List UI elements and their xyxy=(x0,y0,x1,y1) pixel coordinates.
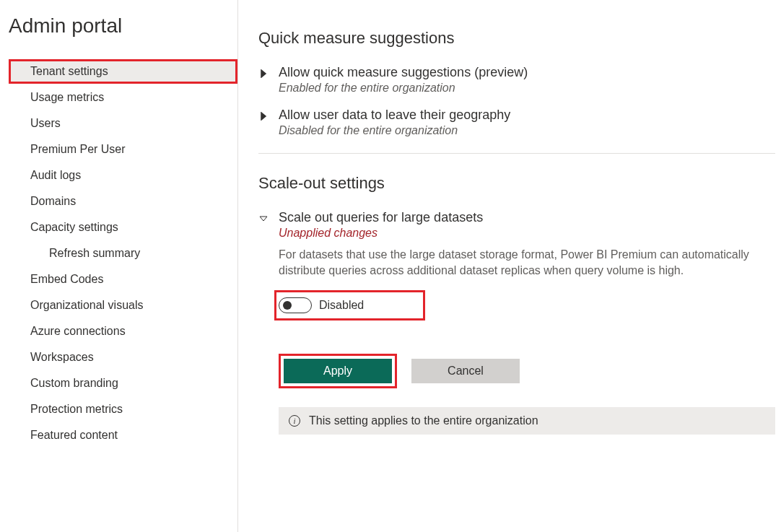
chevron-down-icon xyxy=(258,212,269,225)
divider xyxy=(258,153,775,154)
setting-status: Enabled for the entire organization xyxy=(279,82,775,95)
setting-scale-out-queries[interactable]: Scale out queries for large datasets Una… xyxy=(258,210,775,388)
setting-quick-measure-suggestions[interactable]: Allow quick measure suggestions (preview… xyxy=(258,65,775,95)
toggle-switch[interactable] xyxy=(279,297,312,313)
sidebar-item[interactable]: Organizational visuals xyxy=(9,293,237,318)
main-content: Quick measure suggestions Allow quick me… xyxy=(238,0,781,532)
setting-status: Disabled for the entire organization xyxy=(279,124,775,137)
sidebar-item[interactable]: Audit logs xyxy=(9,163,237,188)
apply-button[interactable]: Apply xyxy=(284,359,392,383)
info-icon: i xyxy=(289,415,300,427)
sidebar-item[interactable]: Custom branding xyxy=(9,371,237,396)
sidebar-item[interactable]: Protection metrics xyxy=(9,397,237,422)
sidebar-item[interactable]: Premium Per User xyxy=(9,137,237,162)
sidebar-item[interactable]: Workspaces xyxy=(9,345,237,370)
quick-measure-heading: Quick measure suggestions xyxy=(258,29,775,48)
toggle-knob xyxy=(283,301,292,310)
scale-out-heading: Scale-out settings xyxy=(258,174,775,193)
sidebar: Admin portal Tenant settingsUsage metric… xyxy=(0,0,238,532)
setting-user-data-geography[interactable]: Allow user data to leave their geography… xyxy=(258,108,775,137)
setting-description: For datasets that use the large dataset … xyxy=(279,247,775,279)
setting-name: Allow user data to leave their geography xyxy=(279,108,775,123)
unapplied-changes-label: Unapplied changes xyxy=(279,227,775,240)
sidebar-item[interactable]: Featured content xyxy=(9,423,237,448)
apply-button-frame: Apply xyxy=(279,354,397,388)
sidebar-item[interactable]: Tenant settings xyxy=(9,59,237,84)
cancel-button-frame: Cancel xyxy=(411,354,520,388)
sidebar-item[interactable]: Usage metrics xyxy=(9,85,237,110)
button-row: Apply Cancel xyxy=(279,354,775,388)
chevron-right-icon xyxy=(258,110,269,123)
setting-name: Allow quick measure suggestions (preview… xyxy=(279,65,775,80)
sidebar-item[interactable]: Capacity settings xyxy=(9,215,237,240)
portal-title: Admin portal xyxy=(9,14,237,38)
sidebar-item[interactable]: Azure connections xyxy=(9,319,237,344)
setting-name: Scale out queries for large datasets xyxy=(279,210,775,225)
sidebar-item[interactable]: Users xyxy=(9,111,237,136)
chevron-right-icon xyxy=(258,67,269,80)
sidebar-item[interactable]: Embed Codes xyxy=(9,267,237,292)
toggle-label: Disabled xyxy=(319,299,364,312)
toggle-scale-out[interactable]: Disabled xyxy=(274,290,425,320)
sidebar-item[interactable]: Domains xyxy=(9,189,237,214)
sidebar-item[interactable]: Refresh summary xyxy=(9,241,237,266)
info-banner: i This setting applies to the entire org… xyxy=(279,407,775,435)
sidebar-nav: Tenant settingsUsage metricsUsersPremium… xyxy=(9,59,237,448)
cancel-button[interactable]: Cancel xyxy=(411,359,520,383)
info-text: This setting applies to the entire organ… xyxy=(309,414,538,427)
